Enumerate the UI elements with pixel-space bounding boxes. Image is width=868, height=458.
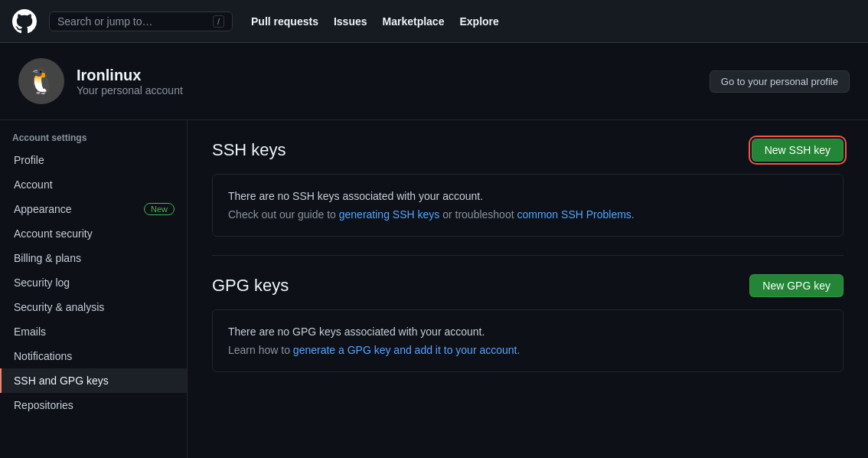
search-bar[interactable]: Search or jump to… / xyxy=(49,11,233,31)
gpg-section-header: GPG keys New GPG key xyxy=(212,274,844,297)
sidebar-item-security-analysis[interactable]: Security & analysis xyxy=(0,295,187,319)
gpg-empty-msg: There are no GPG keys associated with yo… xyxy=(228,326,827,338)
ssh-title: SSH keys xyxy=(212,140,286,160)
main-content: SSH keys New SSH key There are no SSH ke… xyxy=(188,120,868,458)
sidebar-item-repositories[interactable]: Repositories xyxy=(0,393,187,417)
sidebar-item-account[interactable]: Account xyxy=(0,172,187,197)
common-ssh-problems-link[interactable]: common SSH Problems xyxy=(517,208,631,221)
slash-badge: / xyxy=(213,15,224,28)
main-layout: Account settings Profile Account Appeara… xyxy=(0,120,868,458)
marketplace-link[interactable]: Marketplace xyxy=(383,15,445,28)
sidebar-heading: Account settings xyxy=(0,126,187,148)
sidebar-item-security-log[interactable]: Security log xyxy=(0,270,187,295)
sidebar: Account settings Profile Account Appeara… xyxy=(0,120,188,458)
sidebar-item-appearance[interactable]: Appearance New xyxy=(0,197,187,221)
pull-requests-link[interactable]: Pull requests xyxy=(251,15,318,28)
sidebar-item-notifications[interactable]: Notifications xyxy=(0,344,187,368)
avatar: 🐧 xyxy=(18,58,64,104)
generating-ssh-keys-link[interactable]: generating SSH keys xyxy=(339,208,440,221)
generate-gpg-key-link[interactable]: generate a GPG key and add it to your ac… xyxy=(293,344,517,356)
explore-link[interactable]: Explore xyxy=(459,15,498,28)
username: Ironlinux xyxy=(77,67,183,84)
account-subtitle: Your personal account xyxy=(77,84,183,97)
gpg-learn-text: Learn how to generate a GPG key and add … xyxy=(228,344,827,356)
github-logo[interactable] xyxy=(12,9,37,34)
topnav: Search or jump to… / Pull requests Issue… xyxy=(0,0,868,43)
profile-info: Ironlinux Your personal account xyxy=(77,67,183,97)
ssh-guide-text: Check out our guide to generating SSH ke… xyxy=(228,208,827,221)
ssh-empty-msg: There are no SSH keys associated with yo… xyxy=(228,190,827,202)
gpg-title: GPG keys xyxy=(212,276,289,296)
new-gpg-key-button[interactable]: New GPG key xyxy=(749,274,844,297)
profile-header: 🐧 Ironlinux Your personal account Go to … xyxy=(0,43,868,120)
search-text: Search or jump to… xyxy=(57,15,153,28)
gpg-info-box: There are no GPG keys associated with yo… xyxy=(212,309,844,372)
go-to-profile-button[interactable]: Go to your personal profile xyxy=(710,70,850,93)
new-ssh-key-button[interactable]: New SSH key xyxy=(752,139,844,162)
ssh-section-header: SSH keys New SSH key xyxy=(212,139,844,162)
sidebar-item-ssh-gpg[interactable]: SSH and GPG keys xyxy=(0,368,187,393)
sidebar-item-emails[interactable]: Emails xyxy=(0,319,187,344)
sidebar-item-account-security[interactable]: Account security xyxy=(0,221,187,246)
sidebar-item-billing[interactable]: Billing & plans xyxy=(0,246,187,270)
issues-link[interactable]: Issues xyxy=(334,15,367,28)
badge-new: New xyxy=(144,203,175,215)
ssh-info-box: There are no SSH keys associated with yo… xyxy=(212,174,844,237)
section-divider xyxy=(212,255,844,256)
sidebar-item-profile[interactable]: Profile xyxy=(0,148,187,172)
topnav-links: Pull requests Issues Marketplace Explore xyxy=(251,15,499,28)
